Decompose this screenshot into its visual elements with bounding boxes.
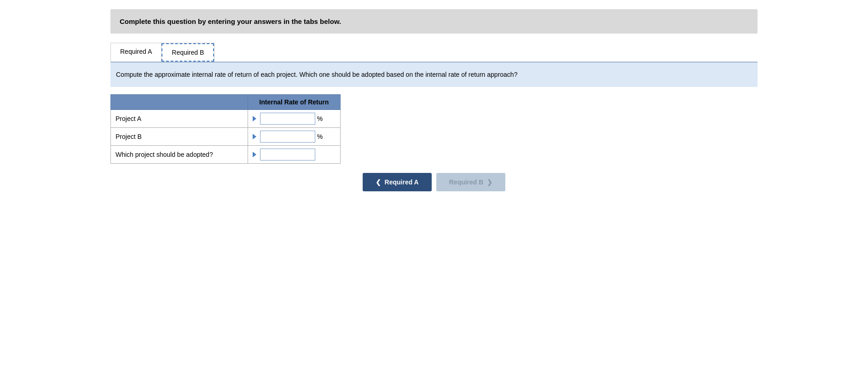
tabs-container: Required A Required B <box>110 43 214 62</box>
row-input-adopted <box>248 146 340 164</box>
input-adopted[interactable] <box>260 149 315 161</box>
input-cell-project-a: % <box>253 113 336 125</box>
table-row: Which project should be adopted? <box>111 146 341 164</box>
chevron-left-icon <box>376 178 381 186</box>
row-input-project-b: % <box>248 128 340 146</box>
table-section: Internal Rate of Return Project A % Pr <box>110 94 758 164</box>
prev-button[interactable]: Required A <box>363 173 432 191</box>
row-label-adopted: Which project should be adopted? <box>111 146 248 164</box>
prev-button-label: Required A <box>385 178 419 186</box>
chevron-right-icon <box>487 178 492 186</box>
instruction-text: Complete this question by entering your … <box>120 17 341 25</box>
arrow-icon-project-a <box>253 116 256 121</box>
tab-required-b[interactable]: Required B <box>162 43 214 62</box>
row-label-project-a: Project A <box>111 110 248 128</box>
tab-required-a[interactable]: Required A <box>111 43 162 62</box>
content-description: Compute the approximate internal rate of… <box>110 62 758 87</box>
nav-buttons: Required A Required B <box>110 173 758 191</box>
page-wrapper: Complete this question by entering your … <box>92 0 776 201</box>
arrow-icon-project-b <box>253 134 256 139</box>
input-cell-project-b: % <box>253 131 336 143</box>
irr-table: Internal Rate of Return Project A % Pr <box>110 94 341 164</box>
percent-a: % <box>317 115 323 122</box>
table-row: Project A % <box>111 110 341 128</box>
percent-b: % <box>317 133 323 140</box>
table-header-empty <box>111 95 248 110</box>
row-label-project-b: Project B <box>111 128 248 146</box>
row-input-project-a: % <box>248 110 340 128</box>
input-project-a[interactable] <box>260 113 315 125</box>
instruction-bar: Complete this question by entering your … <box>110 9 758 34</box>
next-button-label: Required B <box>449 178 484 186</box>
arrow-icon-adopted <box>253 152 256 157</box>
next-button[interactable]: Required B <box>436 173 506 191</box>
table-header-irr: Internal Rate of Return <box>248 95 340 110</box>
input-cell-adopted <box>253 149 336 161</box>
table-row: Project B % <box>111 128 341 146</box>
input-project-b[interactable] <box>260 131 315 143</box>
